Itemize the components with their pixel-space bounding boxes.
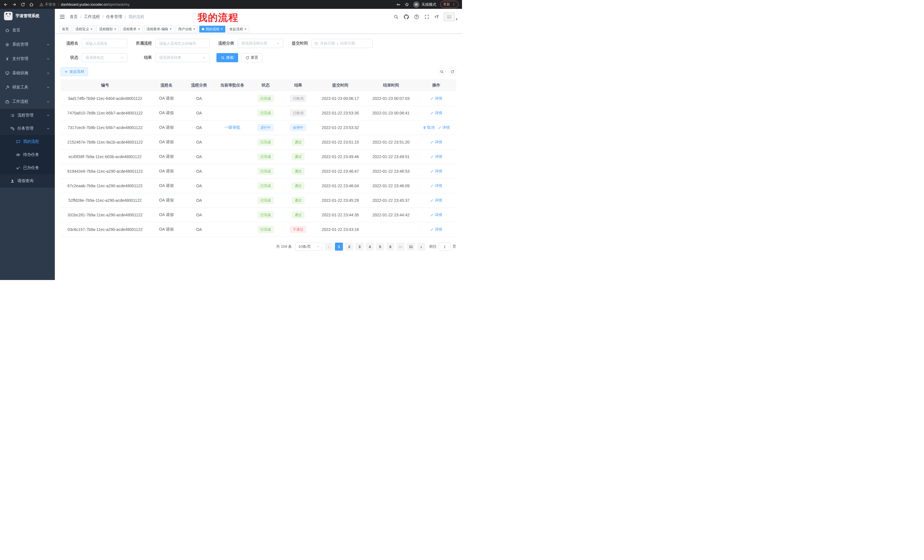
result-select[interactable]: 请选择流结果 (155, 53, 210, 62)
close-icon[interactable]: × (114, 27, 116, 31)
page-size-select[interactable]: 10条/页 (295, 243, 322, 251)
search-icon[interactable] (393, 14, 399, 19)
app-title: 芋道管理系统 (15, 13, 39, 18)
process-definition-input[interactable] (155, 39, 210, 48)
avatar (444, 13, 454, 21)
detail-link[interactable]: 详情 (430, 154, 442, 159)
show-search-button[interactable] (438, 68, 446, 76)
page-button[interactable]: 1 (335, 243, 343, 251)
sidebar-item-system[interactable]: 系统管理 (0, 37, 55, 52)
app-logo[interactable]: 芋道管理系统 (0, 9, 55, 23)
close-icon[interactable]: × (221, 27, 223, 31)
tab-process-form[interactable]: 流程表单× (120, 26, 142, 33)
tab-label: 流程模型 (99, 27, 113, 32)
tab-home[interactable]: 首页 (59, 26, 71, 33)
home-nav-icon[interactable] (29, 2, 34, 7)
cell-name: OA 请假 (150, 193, 183, 208)
process-name-input[interactable] (82, 39, 128, 48)
chevron-up-icon (46, 127, 50, 130)
search-button[interactable]: 搜索 (216, 53, 238, 62)
page-button[interactable]: 3 (356, 243, 363, 251)
page-button[interactable]: 6 (386, 243, 394, 251)
sidebar-item-label: 支付管理 (12, 56, 28, 61)
browser-menu-icon[interactable]: ⋮ (452, 2, 456, 7)
tab-start-process[interactable]: 发起流程× (227, 26, 249, 33)
detail-link[interactable]: 详情 (438, 125, 450, 130)
incognito-indicator[interactable]: 无痕模式 (413, 1, 436, 8)
status-select[interactable]: 请选择状态 (82, 53, 128, 62)
detail-link[interactable]: 详情 (430, 111, 442, 115)
prev-page-button[interactable]: ‹ (325, 243, 333, 251)
edit-icon (430, 184, 434, 187)
font-size-icon[interactable]: TT (435, 15, 439, 19)
fullscreen-icon[interactable] (424, 14, 429, 19)
detail-link[interactable]: 详情 (430, 139, 442, 145)
next-page-button[interactable]: › (417, 243, 425, 251)
url[interactable]: dashboard.yudao.iocoder.cn/bpm/task/my (61, 2, 130, 7)
detail-link[interactable]: 详情 (430, 227, 442, 232)
sidebar-item-home[interactable]: 首页 (0, 23, 55, 37)
tab-process-model[interactable]: 流程模型× (96, 26, 119, 33)
refresh-icon (451, 70, 454, 73)
approval-task-link[interactable]: 一级审批 (224, 125, 240, 130)
page-button[interactable]: 11 (407, 243, 415, 251)
detail-link[interactable]: 详情 (430, 213, 442, 217)
cell-submit-time: 2022-01-22 23:53:35 (315, 106, 366, 120)
close-icon[interactable]: × (170, 27, 172, 31)
category-select[interactable]: 请选择流程分类 (238, 39, 283, 48)
column-header: 状态 (249, 79, 281, 91)
hamburger-icon[interactable] (59, 14, 65, 20)
reload-icon[interactable] (21, 2, 25, 7)
back-icon[interactable] (3, 2, 8, 7)
sidebar-item-task-mgmt[interactable]: 任务管理 (0, 122, 55, 135)
tasks-icon (10, 126, 15, 131)
sidebar-item-infra[interactable]: 基础设施 (0, 66, 55, 80)
breadcrumb-item[interactable]: 首页 (70, 14, 78, 19)
breadcrumb-item[interactable]: 工作流程 (84, 14, 100, 19)
page-button[interactable]: 2 (345, 243, 353, 251)
close-icon[interactable]: × (244, 27, 246, 31)
close-icon[interactable]: × (90, 27, 93, 31)
user-menu[interactable]: ▾ (444, 13, 458, 21)
goto-label: 前往 (429, 244, 436, 249)
close-icon[interactable]: × (193, 27, 195, 31)
tab-process-definition[interactable]: 流程定义× (73, 26, 95, 33)
page-button[interactable]: 5 (376, 243, 384, 251)
cancel-link[interactable]: 取消 (423, 125, 435, 130)
detail-link[interactable]: 详情 (430, 183, 442, 189)
breadcrumb-item[interactable]: 任务管理 (106, 14, 122, 19)
key-icon[interactable] (396, 2, 400, 7)
reset-button[interactable]: 重置 (241, 53, 263, 62)
sidebar-item-payment[interactable]: 支付管理 (0, 52, 55, 66)
help-icon[interactable] (414, 14, 419, 19)
tab-label: 流程表单-编辑 (147, 27, 168, 32)
sidebar-item-devtools[interactable]: 研发工具 (0, 80, 55, 94)
tab-my-process[interactable]: 我的流程× (199, 26, 225, 33)
detail-link[interactable]: 详情 (430, 198, 442, 203)
sidebar-item-workflow[interactable]: 工作流程 (0, 94, 55, 109)
cell-task (215, 150, 250, 164)
detail-link[interactable]: 详情 (430, 96, 442, 101)
update-button[interactable]: 更新 ⋮ (440, 1, 459, 8)
close-icon[interactable]: × (138, 27, 140, 31)
sidebar-item-done-tasks[interactable]: 已办任务 (0, 161, 55, 174)
security-warning[interactable]: 不安全 (39, 2, 56, 7)
tab-process-form-edit[interactable]: 流程表单-编辑× (144, 26, 174, 33)
forward-icon[interactable] (12, 2, 16, 7)
sidebar-item-my-process[interactable]: 我的流程 (0, 135, 55, 148)
start-process-button[interactable]: 发起流程 (60, 67, 88, 76)
detail-link[interactable]: 详情 (430, 169, 442, 174)
submit-time-range-picker[interactable]: 开始日期 - 结束日期 (311, 39, 373, 48)
sidebar-item-process-mgmt[interactable]: 流程管理 (0, 109, 55, 122)
goto-page-input[interactable] (439, 243, 451, 251)
sidebar-item-leave-query[interactable]: 请假查询 (0, 174, 55, 187)
refresh-table-button[interactable] (448, 68, 456, 76)
cell-submit-time: 2022-01-22 23:44:35 (315, 208, 366, 222)
tab-user-group[interactable]: 用户分组× (176, 26, 198, 33)
address-bar[interactable]: 不安全 dashboard.yudao.iocoder.cn/bpm/task/… (39, 2, 130, 7)
more-pages-button[interactable]: ··· (397, 243, 405, 251)
page-button[interactable]: 4 (366, 243, 374, 251)
sidebar-item-todo-tasks[interactable]: 待办任务 (0, 148, 55, 161)
github-icon[interactable] (404, 14, 409, 19)
bookmark-star-icon[interactable] (405, 2, 409, 7)
